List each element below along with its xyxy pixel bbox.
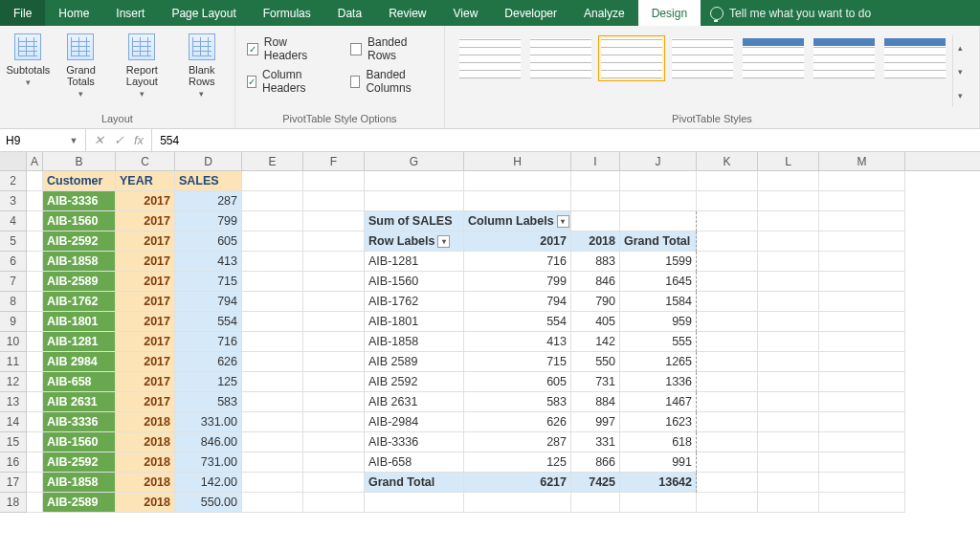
cell[interactable]: AIB-3336 (43, 191, 116, 211)
cell[interactable] (758, 392, 819, 412)
cell[interactable]: 555 (620, 332, 697, 352)
cell[interactable] (758, 352, 819, 372)
cell[interactable] (571, 191, 620, 211)
col-header[interactable]: E (242, 152, 303, 170)
cell[interactable] (27, 372, 43, 392)
cell[interactable] (27, 392, 43, 412)
cell[interactable] (464, 171, 571, 191)
cell[interactable] (464, 493, 571, 513)
cell[interactable]: 997 (571, 412, 620, 432)
cell[interactable]: 2017 (116, 292, 175, 312)
cell[interactable] (819, 473, 905, 493)
cell[interactable] (303, 312, 365, 332)
col-header[interactable]: B (43, 152, 116, 170)
cell[interactable] (819, 312, 905, 332)
col-header[interactable]: C (116, 152, 175, 170)
cell[interactable]: 605 (175, 231, 242, 252)
cell[interactable]: 1584 (620, 292, 697, 312)
cell[interactable] (620, 171, 697, 191)
cell[interactable] (697, 231, 758, 252)
cell[interactable] (242, 332, 303, 352)
col-header[interactable]: L (758, 152, 819, 170)
cell[interactable] (303, 252, 365, 272)
cell[interactable] (697, 352, 758, 372)
cell[interactable] (758, 171, 819, 191)
column-headers-check[interactable]: ✓Column Headers (247, 68, 327, 95)
style-thumb[interactable] (881, 35, 948, 81)
cell[interactable]: Customer (43, 171, 116, 191)
cell[interactable] (758, 332, 819, 352)
cell[interactable]: 715 (464, 352, 571, 372)
name-box-dropdown[interactable]: ▼ (65, 136, 82, 145)
cell[interactable]: AIB-1281 (365, 252, 464, 272)
cell[interactable] (620, 211, 697, 231)
cell[interactable] (819, 432, 905, 452)
cell[interactable] (819, 392, 905, 412)
cell[interactable]: 7425 (571, 473, 620, 493)
cell[interactable]: Grand Total (620, 231, 697, 252)
cell[interactable] (758, 412, 819, 432)
row-header[interactable]: 15 (0, 432, 27, 452)
cell[interactable] (27, 473, 43, 493)
col-header[interactable]: J (620, 152, 697, 170)
style-thumb-selected[interactable] (598, 35, 665, 81)
cell[interactable] (303, 191, 365, 211)
cell[interactable]: 2018 (571, 231, 620, 252)
cell[interactable] (303, 352, 365, 372)
cell[interactable]: AIB-1762 (43, 292, 116, 312)
cell[interactable] (27, 191, 43, 211)
cell[interactable]: AIB-658 (43, 372, 116, 392)
cell[interactable] (819, 493, 905, 513)
cell[interactable] (242, 412, 303, 432)
cell[interactable] (758, 312, 819, 332)
cell[interactable] (571, 211, 620, 231)
cell[interactable] (242, 432, 303, 452)
cell[interactable]: 731 (571, 372, 620, 392)
cell[interactable] (303, 231, 365, 252)
col-header[interactable]: K (697, 152, 758, 170)
cell[interactable]: AIB-2589 (43, 272, 116, 292)
cell[interactable]: 2018 (116, 452, 175, 473)
col-header[interactable]: D (175, 152, 242, 170)
tab-developer[interactable]: Developer (491, 0, 570, 26)
cell[interactable]: 1645 (620, 272, 697, 292)
cell[interactable]: 799 (464, 272, 571, 292)
cell[interactable] (819, 352, 905, 372)
cell[interactable] (27, 352, 43, 372)
row-header[interactable]: 2 (0, 171, 27, 191)
cell[interactable] (697, 171, 758, 191)
tab-formulas[interactable]: Formulas (250, 0, 324, 26)
cell[interactable]: 405 (571, 312, 620, 332)
cell[interactable] (758, 452, 819, 473)
tab-view[interactable]: View (440, 0, 492, 26)
cell[interactable] (27, 493, 43, 513)
cell[interactable] (697, 252, 758, 272)
tab-review[interactable]: Review (375, 0, 439, 26)
cell[interactable]: 287 (175, 191, 242, 211)
subtotals-button[interactable]: Subtotals▾ (8, 30, 49, 101)
cell[interactable] (758, 493, 819, 513)
tab-page-layout[interactable]: Page Layout (158, 0, 249, 26)
cell[interactable] (303, 211, 365, 231)
row-header[interactable]: 5 (0, 231, 27, 252)
cell[interactable]: AIB-1858 (43, 473, 116, 493)
cell[interactable]: AIB 2984 (43, 352, 116, 372)
cell[interactable] (819, 452, 905, 473)
cell[interactable]: 2017 (116, 252, 175, 272)
cell[interactable]: AIB-1762 (365, 292, 464, 312)
tab-design[interactable]: Design (638, 0, 701, 26)
cell[interactable] (242, 272, 303, 292)
cell[interactable]: Sum of SALES (365, 211, 464, 231)
style-thumb[interactable] (811, 35, 878, 81)
cell[interactable]: 2018 (116, 412, 175, 432)
cell[interactable]: 2018 (116, 493, 175, 513)
cell[interactable] (758, 211, 819, 231)
cell[interactable]: 1467 (620, 392, 697, 412)
cell[interactable]: Grand Total (365, 473, 464, 493)
cell[interactable] (819, 272, 905, 292)
cell[interactable]: AIB-2589 (43, 493, 116, 513)
cell[interactable]: AIB-658 (365, 452, 464, 473)
row-header[interactable]: 6 (0, 252, 27, 272)
filter-dropdown-icon[interactable]: ▾ (437, 235, 450, 248)
row-header[interactable]: 3 (0, 191, 27, 211)
